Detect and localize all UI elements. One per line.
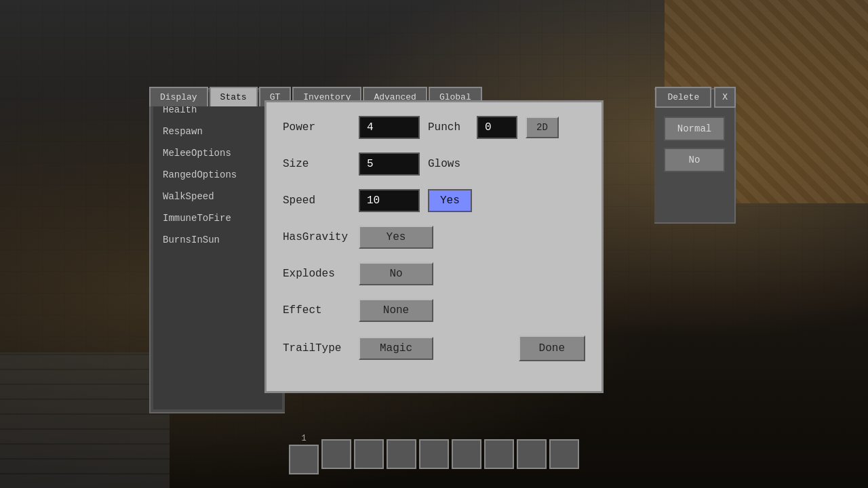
stats-dialog: Power Punch 2D Size Glows Speed Yes HasG… [264, 100, 604, 393]
explodes-row: Explodes No [283, 262, 585, 285]
size-label: Size [283, 158, 351, 170]
hotbar-slot-5[interactable] [419, 439, 449, 469]
2d-button[interactable]: 2D [526, 117, 559, 138]
effect-toggle[interactable]: None [359, 299, 433, 322]
hotbar-slot-9[interactable] [549, 439, 579, 469]
left-panel-item-melee[interactable]: MeleeOptions [160, 142, 275, 164]
hasgravity-row: HasGravity Yes [283, 226, 585, 249]
size-row: Size Glows [283, 152, 585, 176]
left-panel-item-walkspeed[interactable]: WalkSpeed [160, 186, 275, 207]
hotbar-slot-3[interactable] [354, 439, 384, 469]
stone-texture [0, 352, 170, 488]
top-right-buttons: Delete X [655, 87, 736, 108]
tab-stats[interactable]: Stats [210, 87, 258, 106]
normal-button[interactable]: Normal [664, 117, 725, 141]
hotbar-number: 1 [289, 434, 319, 443]
explodes-toggle[interactable]: No [359, 262, 433, 285]
done-button[interactable]: Done [519, 336, 585, 361]
speed-row: Speed Yes [283, 189, 585, 212]
trailtype-label: TrailType [283, 342, 351, 354]
right-panel: Normal No [654, 88, 736, 224]
close-button[interactable]: X [714, 87, 736, 108]
speed-input[interactable] [359, 189, 420, 212]
effect-row: Effect None [283, 299, 585, 322]
power-row: Power Punch 2D [283, 116, 585, 139]
hotbar-slot-1[interactable] [289, 445, 319, 474]
hasgravity-toggle[interactable]: Yes [359, 226, 433, 249]
power-input[interactable] [359, 116, 420, 139]
tab-display[interactable]: Display [149, 87, 208, 106]
hotbar-slot-7[interactable] [484, 439, 514, 469]
hotbar-slot-6[interactable] [452, 439, 481, 469]
hotbar-slot-4[interactable] [387, 439, 416, 469]
trailtype-toggle[interactable]: Magic [359, 337, 433, 360]
power-label: Power [283, 121, 351, 134]
size-input[interactable] [359, 152, 420, 176]
hotbar-slot-8[interactable] [517, 439, 547, 469]
glows-label: Glows [428, 158, 469, 170]
hasgravity-label: HasGravity [283, 231, 351, 243]
trailtype-row: TrailType Magic Done [283, 336, 585, 361]
hotbar: 1 [289, 434, 579, 474]
speed-label: Speed [283, 195, 351, 207]
left-panel-item-ranged[interactable]: RangedOptions [160, 164, 275, 186]
delete-button[interactable]: Delete [655, 87, 711, 108]
left-panel-item-immunetofire[interactable]: ImmuneToFire [160, 207, 275, 229]
effect-label: Effect [283, 304, 351, 317]
punch-label: Punch [428, 121, 469, 134]
left-panel-item-burnsinsun[interactable]: BurnsInSun [160, 229, 275, 251]
no-button[interactable]: No [664, 148, 725, 172]
left-panel-item-respawn[interactable]: Respawn [160, 121, 275, 142]
hotbar-slot-2[interactable] [321, 439, 351, 469]
punch-input[interactable] [477, 116, 517, 139]
speed-glows-toggle[interactable]: Yes [428, 189, 472, 212]
explodes-label: Explodes [283, 268, 351, 280]
